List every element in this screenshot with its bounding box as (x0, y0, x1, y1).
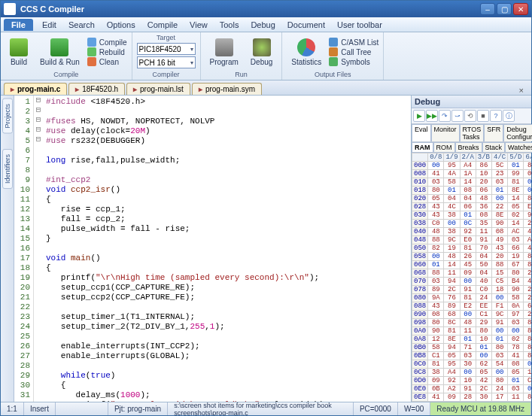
debug-tab-debug-configure[interactable]: Debug Configure (503, 124, 532, 141)
rebuild-button[interactable]: Rebuild (87, 47, 127, 56)
debug-title: Debug (412, 96, 531, 108)
statistics-button[interactable]: Statistics (287, 37, 326, 68)
menu-file[interactable]: File (4, 19, 33, 31)
debug-tabs-lower: RAMROMBreaksStackWatchesPeripherals (412, 141, 531, 153)
menu-compile[interactable]: Compile (141, 19, 184, 31)
debug-subtab-stack[interactable]: Stack (482, 142, 506, 153)
compile-button[interactable]: Compile (87, 38, 127, 47)
menu-document[interactable]: Document (281, 19, 331, 31)
app-icon (4, 3, 16, 15)
target-chip-combo[interactable]: PIC18F4520 (137, 43, 196, 55)
clean-button[interactable]: Clean (87, 57, 127, 66)
menu-tools[interactable]: Tools (214, 19, 245, 31)
debug-tab-monitor[interactable]: Monitor (431, 124, 460, 141)
tab-close-icon[interactable]: × (515, 86, 528, 95)
debug-subtab-breaks[interactable]: Breaks (455, 142, 482, 153)
debug-tabs-upper: EvalMonitorRTOS TasksSFRDebug Configure (412, 124, 531, 141)
line-gutter: 1 2 3 4 5 6 7 8 9 10 11 12 13 14 15 16 1… (14, 96, 34, 402)
status-insert: Insert (24, 402, 56, 415)
ribbon: Build Build & Run Compile Rebuild Clean … (1, 32, 531, 80)
target-mode-combo[interactable]: PCH 16 bit (137, 56, 196, 68)
debug-pause-icon[interactable]: ▶▶ (426, 110, 438, 122)
debug-reset-icon[interactable]: ⟲ (464, 110, 476, 122)
debug-button[interactable]: Debug (246, 37, 277, 68)
program-button[interactable]: Program (205, 37, 243, 68)
titlebar: CCS C Compiler – ▢ ✕ (1, 1, 531, 17)
debug-tab-eval[interactable]: Eval (412, 124, 431, 141)
menubar: File EditSearchOptionsCompileViewToolsDe… (1, 17, 531, 32)
debug-panel: Debug ▶ ▶▶ ↷ ⤻ ⟲ ■ ? ⓘ EvalMonitorRTOS T… (411, 96, 531, 402)
casm-list-button[interactable]: C/ASM List (329, 38, 378, 47)
menu-view[interactable]: View (184, 19, 214, 31)
minimize-button[interactable]: – (480, 3, 495, 15)
debug-subtab-rom[interactable]: ROM (433, 142, 455, 153)
editor-tab[interactable]: ▸prog-main.lst (126, 83, 190, 95)
statusbar: 1:1 Insert Pjt: prog-main s:\screen shot… (1, 402, 531, 415)
status-project: Pjt: prog-main (108, 402, 168, 415)
symbols-button[interactable]: Symbols (329, 57, 378, 66)
debug-info-icon[interactable]: ⓘ (503, 110, 515, 122)
menu-debug[interactable]: Debug (245, 19, 281, 31)
editor-tab[interactable]: ▸prog-main.c (4, 83, 67, 95)
debug-step-icon[interactable]: ↷ (439, 110, 451, 122)
debug-subtab-watches[interactable]: Watches (505, 142, 532, 153)
debug-tab-sfr[interactable]: SFR (484, 124, 503, 141)
editor-tab[interactable]: ▸prog-main.sym (192, 83, 262, 95)
menu-options[interactable]: Options (101, 19, 141, 31)
code-area[interactable]: #include <18F4520.h> #fuses HS, NOWDT, N… (43, 96, 411, 402)
editor-tab[interactable]: ▸18F4520.h (68, 83, 125, 95)
editor-tabstrip: ▸prog-main.c▸18F4520.h▸prog-main.lst▸pro… (1, 80, 531, 96)
status-ready: Ready MCU at 19.88 MHz (430, 402, 531, 415)
ram-table[interactable]: 0/81/92/A3/B4/C5/D6/E7/F0000095A4865C018… (412, 153, 531, 402)
build-run-button[interactable]: Build & Run (35, 37, 84, 68)
menu-edit[interactable]: Edit (36, 19, 62, 31)
status-w: W=00 (398, 402, 430, 415)
app-title: CCS C Compiler (20, 5, 479, 14)
status-path: s:\screen shot items for marketing\ccs c… (168, 402, 354, 415)
status-pos: 1:1 (1, 402, 24, 415)
debug-tab-rtos-tasks[interactable]: RTOS Tasks (460, 124, 485, 141)
debug-toolbar: ▶ ▶▶ ↷ ⤻ ⟲ ■ ? ⓘ (412, 108, 531, 124)
close-button[interactable]: ✕ (513, 3, 528, 15)
debug-run-icon[interactable]: ▶ (413, 110, 425, 122)
maximize-button[interactable]: ▢ (497, 3, 512, 15)
sidetab-identifiers[interactable]: Identifiers (2, 149, 13, 189)
debug-stepover-icon[interactable]: ⤻ (451, 110, 464, 122)
call-tree-button[interactable]: Call Tree (329, 47, 378, 56)
menu-user-toolbar[interactable]: User toolbar (331, 19, 388, 31)
code-editor[interactable]: 1 2 3 4 5 6 7 8 9 10 11 12 13 14 15 16 1… (14, 96, 411, 402)
status-pc: PC=0000 (354, 402, 398, 415)
menu-search[interactable]: Search (62, 19, 101, 31)
debug-subtab-ram[interactable]: RAM (412, 142, 433, 153)
debug-stop-icon[interactable]: ■ (477, 110, 489, 122)
debug-help-icon[interactable]: ? (490, 110, 502, 122)
side-panel: Projects Identifiers (1, 96, 14, 402)
sidetab-projects[interactable]: Projects (2, 99, 13, 134)
fold-column[interactable]: ⊟ ⊟ ⊟ ⊟ ⊟ (34, 96, 43, 402)
build-button[interactable]: Build (5, 37, 32, 68)
